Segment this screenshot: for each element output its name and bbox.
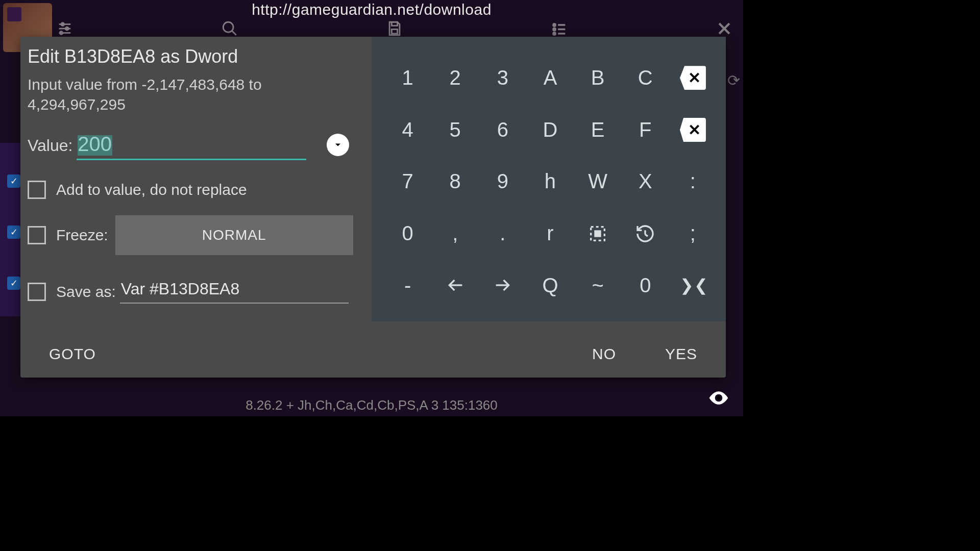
svg-point-4: [65, 27, 68, 30]
key-0[interactable]: 0: [622, 259, 669, 311]
svg-point-14: [553, 33, 555, 35]
key-arrow-right-icon[interactable]: [479, 259, 526, 311]
edit-dialog: Edit B13D8EA8 as Dword Input value from …: [20, 37, 726, 378]
key--[interactable]: -: [384, 259, 431, 311]
add-to-value-checkbox[interactable]: [28, 181, 46, 199]
svg-point-10: [553, 24, 555, 26]
key-;[interactable]: ;: [669, 208, 717, 260]
key-E[interactable]: E: [574, 104, 622, 156]
bg-check-2: ✓: [7, 226, 20, 239]
key-.[interactable]: .: [479, 208, 526, 260]
svg-point-5: [60, 32, 63, 35]
status-footer: 8.26.2 + Jh,Ch,Ca,Cd,Cb,PS,A 3 135:1360: [0, 397, 743, 413]
bg-check-1: ✓: [7, 174, 20, 188]
key-B[interactable]: B: [574, 52, 622, 104]
key-9[interactable]: 9: [479, 156, 526, 208]
add-to-value-row: Add to value, do not replace: [28, 181, 364, 199]
key-X[interactable]: X: [622, 156, 669, 208]
key-W[interactable]: W: [574, 156, 622, 208]
svg-point-3: [61, 23, 64, 26]
freeze-checkbox[interactable]: [28, 226, 46, 244]
refresh-icon[interactable]: ⟳: [727, 71, 740, 89]
hex-keypad: 123ABC✕456DEF✕789hWX:0,.r;-Q~0❯ ❮: [372, 37, 726, 321]
key-D[interactable]: D: [526, 104, 574, 156]
svg-line-7: [232, 31, 236, 35]
save-as-row: Save as:: [28, 280, 364, 304]
dialog-subtitle: Input value from -2,147,483,648 to 4,294…: [28, 74, 293, 114]
svg-point-24: [717, 396, 720, 399]
goto-button[interactable]: GOTO: [49, 345, 96, 363]
freeze-row: Freeze: NORMAL: [28, 215, 364, 255]
key-swap-icon[interactable]: ❯ ❮: [669, 259, 717, 311]
key-5[interactable]: 5: [431, 104, 479, 156]
value-dropdown-button[interactable]: [327, 134, 349, 156]
svg-rect-8: [391, 22, 397, 26]
bg-check-3: ✓: [7, 277, 20, 290]
key-6[interactable]: 6: [479, 104, 526, 156]
save-as-checkbox[interactable]: [28, 283, 46, 301]
eye-icon[interactable]: [707, 387, 730, 411]
freeze-label: Freeze:: [56, 227, 108, 244]
key-Q[interactable]: Q: [526, 259, 574, 311]
yes-button[interactable]: YES: [665, 345, 697, 363]
key-A[interactable]: A: [526, 52, 574, 104]
key-2[interactable]: 2: [431, 52, 479, 104]
key-F[interactable]: F: [622, 104, 669, 156]
save-as-label: Save as:: [56, 283, 116, 300]
key-,[interactable]: ,: [431, 208, 479, 260]
dialog-form: Edit B13D8EA8 as Dword Input value from …: [20, 37, 372, 378]
key-select-all-icon[interactable]: [574, 208, 622, 260]
key-7[interactable]: 7: [384, 156, 431, 208]
key-history-icon[interactable]: [622, 208, 669, 260]
value-row: Value:: [28, 133, 364, 160]
svg-rect-19: [594, 230, 601, 237]
value-input[interactable]: [77, 133, 306, 160]
svg-line-21: [645, 234, 648, 236]
key-0[interactable]: 0: [384, 208, 431, 260]
value-label: Value:: [28, 136, 72, 160]
no-button[interactable]: NO: [592, 345, 616, 363]
key-C[interactable]: C: [622, 52, 669, 104]
key-r[interactable]: r: [526, 208, 574, 260]
app-root: ✓ ✓ ✓ http://gameguardian.net/download ⟳…: [0, 0, 743, 416]
key-clear-icon[interactable]: ✕: [669, 104, 717, 156]
dialog-actions: GOTO NO YES: [20, 331, 726, 378]
add-to-value-label: Add to value, do not replace: [56, 181, 247, 198]
key-:[interactable]: :: [669, 156, 717, 208]
key-backspace-icon[interactable]: ✕: [669, 52, 717, 104]
key-3[interactable]: 3: [479, 52, 526, 104]
key-~[interactable]: ~: [574, 259, 622, 311]
key-h[interactable]: h: [526, 156, 574, 208]
dialog-title: Edit B13D8EA8 as Dword: [28, 46, 364, 67]
svg-point-6: [223, 22, 233, 32]
key-1[interactable]: 1: [384, 52, 431, 104]
key-8[interactable]: 8: [431, 156, 479, 208]
freeze-mode-button[interactable]: NORMAL: [115, 215, 353, 255]
save-as-input[interactable]: [120, 280, 349, 304]
svg-rect-9: [391, 29, 397, 34]
svg-point-12: [553, 28, 555, 30]
key-arrow-left-icon[interactable]: [431, 259, 479, 311]
key-4[interactable]: 4: [384, 104, 431, 156]
